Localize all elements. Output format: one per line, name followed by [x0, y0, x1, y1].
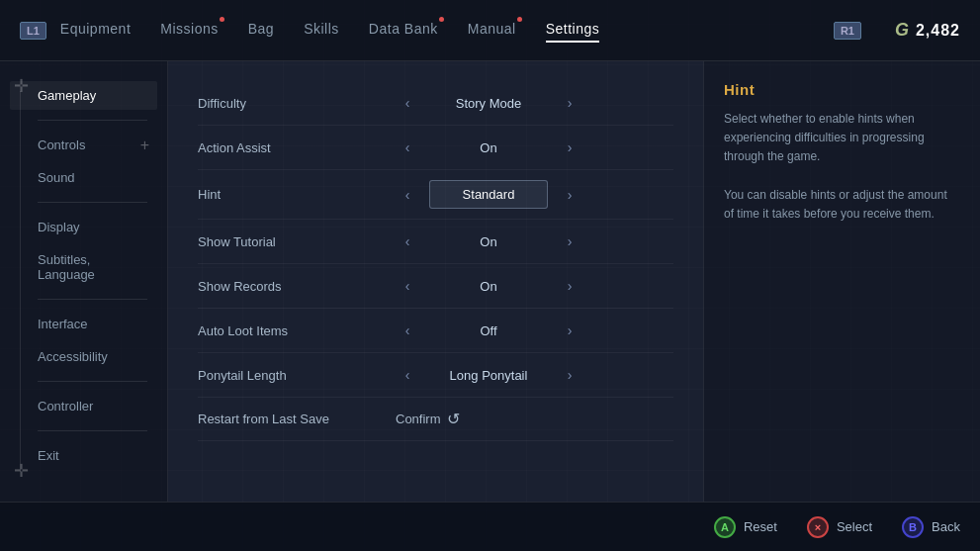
- confirm-text: Confirm: [396, 412, 441, 426]
- confirm-icon: ↺: [447, 410, 460, 428]
- show-tutorial-label: Show Tutorial: [198, 234, 396, 249]
- hint-arrow-right[interactable]: ›: [558, 183, 581, 207]
- hint-value: Standard: [429, 180, 548, 209]
- nav-badge-l1: L1: [20, 22, 46, 40]
- hint-panel-description: Select whether to enable hints when expe…: [724, 110, 960, 224]
- reset-action[interactable]: A Reset: [714, 516, 777, 538]
- settings-row-action-assist: Action Assist ‹ On ›: [198, 126, 673, 170]
- nav-item-databank[interactable]: Data Bank: [369, 21, 438, 41]
- show-tutorial-arrow-left[interactable]: ‹: [396, 230, 419, 253]
- crosshair-bottom: ✛: [14, 460, 29, 482]
- settings-row-hint: Hint ‹ Standard ›: [198, 170, 673, 220]
- settings-row-show-records: Show Records ‹ On ›: [198, 264, 673, 309]
- ponytail-arrow-left[interactable]: ‹: [396, 363, 419, 387]
- show-records-arrow-left[interactable]: ‹: [396, 274, 419, 298]
- sidebar-item-display[interactable]: Display: [10, 213, 157, 241]
- nav-item-equipment[interactable]: Equipment: [60, 21, 131, 41]
- show-records-control: ‹ On ›: [396, 274, 593, 298]
- sidebar-item-sound[interactable]: Sound: [10, 163, 157, 192]
- hint-panel-title: Hint: [724, 81, 960, 98]
- settings-panel: Difficulty ‹ Story Mode › Action Assist …: [168, 61, 703, 502]
- sidebar-divider-5: [38, 430, 147, 431]
- nav-items: Equipment Missions Bag Skills Data Bank …: [60, 21, 834, 41]
- reset-icon: A: [714, 516, 736, 538]
- sidebar-item-exit[interactable]: Exit: [10, 441, 157, 470]
- main-content: ✛ Gameplay Controls + Sound Display Subt…: [0, 61, 980, 502]
- currency-value: 2,482: [916, 22, 960, 40]
- select-action[interactable]: × Select: [807, 516, 872, 538]
- back-label: Back: [932, 519, 960, 534]
- back-action[interactable]: B Back: [902, 516, 960, 538]
- sidebar-item-gameplay[interactable]: Gameplay: [10, 81, 157, 110]
- show-records-value: On: [429, 279, 548, 294]
- restart-control[interactable]: Confirm ↺: [396, 410, 593, 428]
- nav-badge-r1: R1: [834, 22, 861, 40]
- back-icon: B: [902, 516, 924, 538]
- sidebar-divider-3: [38, 299, 147, 300]
- action-assist-label: Action Assist: [198, 140, 396, 155]
- ponytail-label: Ponytail Length: [198, 368, 396, 383]
- nav-item-skills[interactable]: Skills: [304, 21, 339, 41]
- hint-control: ‹ Standard ›: [396, 180, 593, 209]
- action-assist-arrow-left[interactable]: ‹: [396, 136, 419, 159]
- sidebar-item-controls[interactable]: Controls +: [10, 131, 157, 159]
- sidebar: ✛ Gameplay Controls + Sound Display Subt…: [0, 61, 168, 502]
- nav-item-bag[interactable]: Bag: [248, 21, 274, 41]
- nav-currency: G 2,482: [895, 20, 960, 41]
- action-assist-control: ‹ On ›: [396, 136, 593, 159]
- sidebar-item-controller[interactable]: Controller: [10, 392, 157, 420]
- show-records-label: Show Records: [198, 279, 396, 294]
- sidebar-divider-2: [38, 202, 147, 203]
- databank-dot: [439, 17, 444, 22]
- ponytail-value: Long Ponytail: [429, 368, 548, 383]
- sidebar-item-accessibility[interactable]: Accessibility: [10, 342, 157, 371]
- show-tutorial-value: On: [429, 234, 548, 249]
- difficulty-value: Story Mode: [429, 96, 548, 111]
- restart-label: Restart from Last Save: [198, 412, 396, 426]
- settings-row-restart: Restart from Last Save Confirm ↺: [198, 398, 673, 441]
- select-label: Select: [837, 519, 872, 534]
- sidebar-item-subtitles[interactable]: Subtitles, Language: [10, 245, 157, 289]
- difficulty-arrow-right[interactable]: ›: [558, 91, 581, 115]
- auto-loot-label: Auto Loot Items: [198, 323, 396, 338]
- settings-row-ponytail: Ponytail Length ‹ Long Ponytail ›: [198, 353, 673, 398]
- restart-confirm-button[interactable]: Confirm ↺: [396, 410, 460, 428]
- settings-row-auto-loot: Auto Loot Items ‹ Off ›: [198, 309, 673, 353]
- auto-loot-arrow-left[interactable]: ‹: [396, 319, 419, 342]
- nav-item-manual[interactable]: Manual: [468, 21, 516, 41]
- sidebar-divider-4: [38, 381, 147, 382]
- reset-label: Reset: [744, 519, 777, 534]
- manual-dot: [517, 17, 522, 22]
- sidebar-item-interface[interactable]: Interface: [10, 310, 157, 338]
- auto-loot-value: Off: [429, 323, 548, 338]
- action-assist-value: On: [429, 140, 548, 155]
- action-assist-arrow-right[interactable]: ›: [558, 136, 581, 159]
- missions-dot: [220, 17, 224, 22]
- nav-item-settings[interactable]: Settings: [546, 21, 600, 41]
- difficulty-label: Difficulty: [198, 96, 396, 111]
- currency-icon: G: [895, 20, 910, 41]
- auto-loot-arrow-right[interactable]: ›: [558, 319, 581, 342]
- show-records-arrow-right[interactable]: ›: [558, 274, 581, 298]
- difficulty-control: ‹ Story Mode ›: [396, 91, 593, 115]
- hint-arrow-left[interactable]: ‹: [396, 183, 419, 207]
- show-tutorial-control: ‹ On ›: [396, 230, 593, 253]
- bottom-bar: A Reset × Select B Back: [0, 502, 980, 551]
- show-tutorial-arrow-right[interactable]: ›: [558, 230, 581, 253]
- nav-item-missions[interactable]: Missions: [160, 21, 218, 41]
- select-icon: ×: [807, 516, 829, 538]
- ponytail-control: ‹ Long Ponytail ›: [396, 363, 593, 387]
- settings-row-difficulty: Difficulty ‹ Story Mode ›: [198, 81, 673, 126]
- controls-plus: +: [140, 137, 149, 154]
- hint-label: Hint: [198, 187, 396, 202]
- settings-row-show-tutorial: Show Tutorial ‹ On ›: [198, 220, 673, 264]
- hint-panel: Hint Select whether to enable hints when…: [703, 61, 980, 502]
- difficulty-arrow-left[interactable]: ‹: [396, 91, 419, 115]
- ponytail-arrow-right[interactable]: ›: [558, 363, 581, 387]
- sidebar-divider-1: [38, 120, 147, 121]
- top-navigation: L1 Equipment Missions Bag Skills Data Ba…: [0, 0, 980, 61]
- auto-loot-control: ‹ Off ›: [396, 319, 593, 342]
